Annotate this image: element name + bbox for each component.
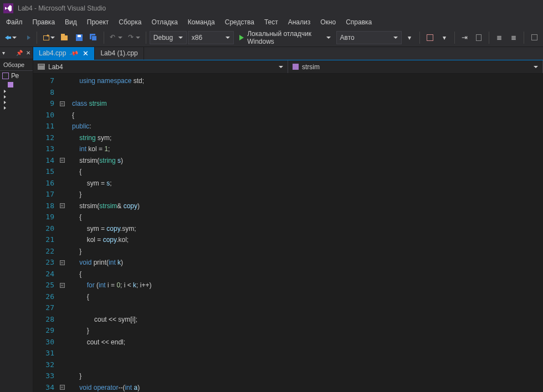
panel-dropdown-icon[interactable]: ▾ bbox=[2, 50, 5, 56]
code-line[interactable]: sym = s; bbox=[70, 178, 543, 189]
menu-команда[interactable]: Команда bbox=[183, 17, 220, 28]
toolbar-overflow-2[interactable]: ▾ bbox=[438, 31, 451, 44]
platform-combo[interactable]: x86 bbox=[188, 31, 234, 44]
toolbar-overflow[interactable]: ▾ bbox=[403, 31, 416, 44]
panel-close-icon[interactable]: ✕ bbox=[26, 50, 30, 56]
code-line[interactable]: cout << endl; bbox=[70, 337, 543, 348]
tbicon-1[interactable] bbox=[423, 31, 437, 44]
fold-toggle[interactable]: − bbox=[60, 158, 65, 163]
threads-value: Авто bbox=[340, 34, 355, 42]
code-line[interactable]: { bbox=[70, 269, 543, 280]
tbicon-3[interactable] bbox=[472, 31, 485, 44]
threads-combo[interactable]: Авто bbox=[336, 31, 402, 44]
code-line[interactable]: } bbox=[70, 189, 543, 200]
code-line[interactable]: { bbox=[70, 291, 543, 303]
code-line[interactable] bbox=[70, 348, 543, 359]
comment-button[interactable] bbox=[527, 31, 541, 44]
scope-value: Lab4 bbox=[48, 63, 63, 71]
code-area[interactable]: 7891011121314151617181920212223242526272… bbox=[33, 74, 543, 392]
line-number: 13 bbox=[33, 143, 54, 155]
menu-правка[interactable]: Правка bbox=[28, 17, 60, 28]
new-project-button[interactable]: * bbox=[40, 31, 57, 44]
code-line[interactable]: cout << sym[i]; bbox=[70, 314, 543, 326]
module-icon bbox=[38, 64, 45, 70]
chevron-right-icon bbox=[4, 95, 6, 99]
tbicon-2[interactable]: ⇥ bbox=[458, 31, 471, 44]
run-debug-button[interactable]: Локальный отладчик Windows bbox=[235, 31, 335, 44]
code-line[interactable]: void operator--(int a) bbox=[70, 382, 543, 393]
line-number: 16 bbox=[33, 178, 54, 189]
fold-toggle[interactable]: − bbox=[60, 203, 65, 208]
line-number: 22 bbox=[33, 246, 54, 257]
menu-анализ[interactable]: Анализ bbox=[283, 17, 316, 28]
tree-item[interactable] bbox=[0, 100, 33, 105]
nav-back-button[interactable] bbox=[2, 31, 19, 44]
solution-row[interactable]: Ре bbox=[0, 71, 33, 81]
redo-button[interactable]: ↷ bbox=[126, 31, 142, 44]
indent-button[interactable]: ≣ bbox=[493, 31, 506, 44]
menu-окно[interactable]: Окно bbox=[315, 17, 341, 28]
menu-отладка[interactable]: Отладка bbox=[146, 17, 182, 28]
file-tab[interactable]: Lab4 (1).cpp bbox=[95, 47, 144, 60]
undo-button[interactable]: ↶ bbox=[107, 31, 124, 44]
line-number: 10 bbox=[33, 110, 54, 121]
fold-toggle[interactable]: − bbox=[60, 283, 65, 288]
code-line[interactable]: using namespace std; bbox=[70, 75, 543, 87]
pin-icon[interactable]: 📌 bbox=[69, 48, 80, 58]
menu-проект[interactable]: Проект bbox=[82, 17, 114, 28]
code-content[interactable]: using namespace std;class strsim{public:… bbox=[70, 74, 543, 392]
code-line[interactable]: strsim(string s) bbox=[70, 155, 543, 167]
close-icon[interactable]: ✕ bbox=[83, 49, 89, 58]
config-combo[interactable]: Debug bbox=[150, 31, 187, 44]
fold-toggle[interactable]: − bbox=[60, 260, 65, 265]
code-line[interactable]: void print(int k) bbox=[70, 257, 543, 269]
panel-pin-icon[interactable]: 📌 bbox=[16, 50, 23, 56]
line-number: 11 bbox=[33, 121, 54, 132]
fold-toggle[interactable]: − bbox=[60, 385, 65, 390]
outdent-button[interactable]: ≣ bbox=[507, 31, 520, 44]
save-button[interactable] bbox=[73, 31, 86, 44]
file-tab[interactable]: Lab4.cpp📌✕ bbox=[33, 47, 95, 60]
code-line[interactable] bbox=[70, 302, 543, 314]
code-line[interactable]: } bbox=[70, 246, 543, 257]
tree-item[interactable] bbox=[0, 89, 33, 94]
code-line[interactable]: for (int i = 0; i < k; i++) bbox=[70, 280, 543, 291]
chevron-right-icon bbox=[4, 90, 6, 93]
open-file-button[interactable] bbox=[58, 31, 71, 44]
tree-item[interactable] bbox=[0, 81, 33, 89]
code-line[interactable]: } bbox=[70, 325, 543, 337]
code-line[interactable] bbox=[70, 359, 543, 371]
line-number: 31 bbox=[33, 348, 54, 359]
platform-value: x86 bbox=[192, 34, 202, 42]
scope-combo[interactable]: Lab4 bbox=[33, 60, 288, 73]
code-line[interactable] bbox=[70, 87, 543, 99]
line-number: 20 bbox=[33, 223, 54, 235]
tree-item[interactable] bbox=[0, 94, 33, 100]
menu-справка[interactable]: Справка bbox=[341, 17, 377, 28]
code-line[interactable]: class strsim bbox=[70, 98, 543, 110]
code-line[interactable]: kol = copy.kol; bbox=[70, 234, 543, 246]
line-number: 17 bbox=[33, 189, 54, 200]
line-number: 33 bbox=[33, 370, 54, 382]
code-line[interactable]: public: bbox=[70, 121, 543, 132]
menu-сборка[interactable]: Сборка bbox=[114, 17, 146, 28]
code-line[interactable]: string sym; bbox=[70, 132, 543, 144]
tree-item[interactable] bbox=[0, 105, 33, 111]
menu-средства[interactable]: Средства bbox=[220, 17, 259, 28]
menu-файл[interactable]: Файл bbox=[1, 17, 28, 28]
fold-toggle[interactable]: − bbox=[60, 101, 65, 106]
save-all-button[interactable] bbox=[87, 31, 100, 44]
member-combo[interactable]: strsim bbox=[288, 60, 543, 73]
line-number: 15 bbox=[33, 166, 54, 178]
menu-вид[interactable]: Вид bbox=[60, 17, 82, 28]
code-line[interactable]: int kol = 1; bbox=[70, 143, 543, 155]
code-line[interactable]: sym = copy.sym; bbox=[70, 223, 543, 235]
code-line[interactable]: { bbox=[70, 212, 543, 223]
nav-fwd-button[interactable] bbox=[20, 31, 33, 44]
menu-тест[interactable]: Тест bbox=[259, 17, 283, 28]
code-line[interactable]: strsim(strsim& copy) bbox=[70, 200, 543, 212]
chevron-right-icon bbox=[4, 101, 6, 104]
code-line[interactable]: } bbox=[70, 370, 543, 382]
code-line[interactable]: { bbox=[70, 166, 543, 178]
code-line[interactable]: { bbox=[70, 110, 543, 121]
